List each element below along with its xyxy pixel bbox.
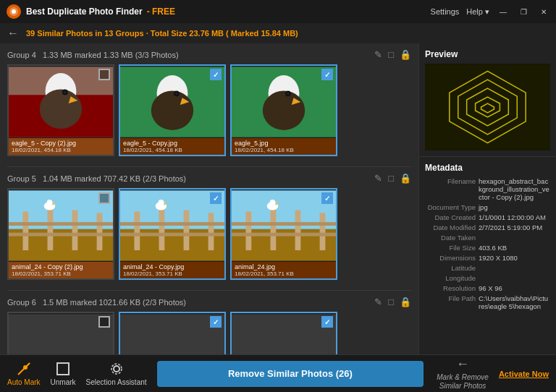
photo-info: eagle_5 - Copy (2).jpg 18/02/2021, 454.1… bbox=[9, 138, 113, 155]
photo-checkbox[interactable] bbox=[98, 69, 110, 80]
photo-info: eagle_5 - Copy.jpg 18/02/2021, 454.18 KB bbox=[120, 138, 224, 155]
selection-assistant-tool[interactable]: Selection Assistant bbox=[86, 361, 147, 386]
back-button[interactable]: ← bbox=[7, 27, 19, 40]
photo-date: 18/02/2021, 454.18 KB bbox=[12, 147, 110, 153]
photo-checkbox[interactable] bbox=[98, 192, 110, 204]
title-left: Best Duplicate Photo Finder - FREE bbox=[6, 4, 175, 20]
checkbox-icon[interactable]: □ bbox=[388, 49, 394, 60]
group-divider bbox=[7, 166, 411, 167]
activate-now-button[interactable]: Activate Now bbox=[499, 370, 549, 378]
restore-button[interactable]: ❐ bbox=[517, 5, 530, 18]
meta-key: Document Type bbox=[425, 203, 476, 211]
photo-item[interactable]: photo_1.jpg 18/02/2021, 340.55 KB bbox=[7, 312, 114, 354]
main-content: Group 4 1.33 MB marked 1.33 MB (3/3 Phot… bbox=[0, 43, 556, 354]
svg-rect-36 bbox=[159, 208, 165, 250]
photo-item[interactable]: photo_1 - Copy (2).jpg 18/02/2021, 340.5… bbox=[230, 312, 337, 354]
photo-date: 18/02/2021, 353.71 KB bbox=[123, 270, 222, 277]
svg-point-53 bbox=[270, 200, 276, 205]
seagull-thumbnail bbox=[9, 189, 113, 262]
photo-item[interactable]: eagle_5 - Copy.jpg 18/02/2021, 454.18 KB bbox=[119, 64, 226, 156]
photo-name: animal_24.jpg bbox=[235, 263, 333, 270]
svg-point-66 bbox=[23, 365, 28, 370]
svg-point-21 bbox=[287, 92, 290, 95]
preview-section: Preview bbox=[419, 43, 556, 157]
photo-item[interactable]: eagle_5 - Copy (2).jpg 18/02/2021, 454.1… bbox=[7, 64, 114, 156]
metadata-label: Metadata bbox=[425, 163, 550, 173]
help-link[interactable]: Help ▾ bbox=[466, 7, 489, 17]
metadata-row: Latitude bbox=[425, 264, 550, 272]
group-divider bbox=[7, 290, 411, 291]
photo-checkbox[interactable] bbox=[321, 316, 333, 328]
metadata-row: File Size 403.6 KB bbox=[425, 244, 550, 252]
photo-checkbox[interactable] bbox=[210, 192, 222, 204]
hexagon-preview-svg bbox=[425, 64, 550, 150]
photo-checkbox[interactable] bbox=[321, 69, 333, 80]
photo-date: 18/02/2021, 454.18 KB bbox=[235, 147, 333, 153]
photo-item[interactable]: eagle_5.jpg 18/02/2021, 454.18 KB bbox=[230, 64, 337, 156]
stats-text: 39 Similar Photos in 13 Groups · Total S… bbox=[26, 29, 298, 38]
meta-value: C:\Users\vaibhav\Pictures\eagle 5\hexago… bbox=[479, 294, 550, 310]
metadata-row: Dimensions 1920 X 1080 bbox=[425, 254, 550, 262]
unmark-label: Unmark bbox=[51, 378, 76, 386]
photo-checkbox[interactable] bbox=[98, 316, 110, 328]
preview-label: Preview bbox=[425, 49, 550, 59]
meta-key: Filename bbox=[425, 177, 476, 201]
svg-rect-46 bbox=[245, 212, 251, 251]
pencil-icon[interactable]: ✎ bbox=[374, 49, 382, 60]
photo-item[interactable]: animal_24.jpg 18/02/2021, 353.71 KB bbox=[230, 188, 337, 280]
lock-icon[interactable]: 🔒 bbox=[400, 49, 411, 60]
svg-rect-40 bbox=[120, 233, 224, 237]
photo-item[interactable]: animal_24 - Copy (2).jpg 18/02/2021, 353… bbox=[7, 188, 114, 280]
app-logo-icon bbox=[6, 4, 22, 20]
wand-icon bbox=[16, 361, 32, 377]
svg-point-69 bbox=[114, 366, 119, 372]
settings-link[interactable]: Settings bbox=[431, 7, 460, 16]
photo-checkbox[interactable] bbox=[321, 192, 333, 204]
checkbox-icon[interactable]: □ bbox=[388, 297, 394, 307]
title-bar: Best Duplicate Photo Finder - FREE Setti… bbox=[0, 0, 556, 23]
minimize-button[interactable]: — bbox=[497, 5, 510, 18]
group-4-actions: ✎ □ 🔒 bbox=[374, 49, 411, 60]
meta-key: File Size bbox=[425, 244, 476, 252]
meta-value: 1920 X 1080 bbox=[479, 254, 518, 262]
group-6-actions: ✎ □ 🔒 bbox=[374, 297, 411, 307]
checkbox-icon[interactable]: □ bbox=[388, 173, 394, 184]
pencil-icon[interactable]: ✎ bbox=[374, 297, 382, 307]
metadata-row: Date Modified 2/7/2021 5:19:00 PM bbox=[425, 223, 550, 231]
svg-point-2 bbox=[12, 9, 16, 14]
lock-icon[interactable]: 🔒 bbox=[400, 173, 411, 184]
placeholder-thumbnail bbox=[120, 313, 224, 354]
square-icon bbox=[55, 361, 71, 377]
svg-point-42 bbox=[159, 200, 164, 205]
arrow-icon: ← bbox=[456, 357, 469, 372]
svg-rect-55 bbox=[9, 314, 113, 354]
auto-mark-tool[interactable]: Auto Mark bbox=[7, 361, 41, 386]
svg-point-6 bbox=[40, 89, 82, 128]
photo-checkbox[interactable] bbox=[210, 69, 222, 80]
metadata-section: Metadata Filename hexagon_abstract_backg… bbox=[419, 157, 556, 354]
photo-item[interactable]: photo_1 - Copy.jpg 18/02/2021, 340.55 KB bbox=[119, 312, 226, 354]
svg-rect-51 bbox=[232, 233, 336, 237]
svg-rect-26 bbox=[72, 210, 78, 250]
unmark-tool[interactable]: Unmark bbox=[51, 361, 76, 386]
meta-value: jpg bbox=[479, 203, 488, 211]
close-button[interactable]: ✕ bbox=[537, 5, 550, 18]
placeholder-thumbnail bbox=[9, 313, 113, 354]
photo-checkbox[interactable] bbox=[210, 316, 222, 328]
metadata-row: Longitude bbox=[425, 274, 550, 282]
meta-key: Date Modified bbox=[425, 223, 476, 231]
remove-similar-button[interactable]: Remove Similar Photos (26) bbox=[157, 361, 424, 387]
svg-rect-56 bbox=[120, 314, 224, 354]
arrow-hint-text: Mark & RemoveSimilar Photos bbox=[437, 373, 489, 391]
pencil-icon[interactable]: ✎ bbox=[374, 173, 382, 184]
metadata-row: Document Type jpg bbox=[425, 203, 550, 211]
svg-rect-50 bbox=[232, 222, 336, 226]
svg-rect-28 bbox=[9, 222, 113, 226]
unmark-icon bbox=[55, 361, 71, 377]
left-panel[interactable]: Group 4 1.33 MB marked 1.33 MB (3/3 Phot… bbox=[0, 43, 418, 354]
meta-value: 403.6 KB bbox=[479, 244, 507, 252]
lock-icon[interactable]: 🔒 bbox=[400, 297, 411, 307]
svg-point-18 bbox=[263, 90, 305, 129]
photo-item[interactable]: animal_24 - Copy.jpg 18/02/2021, 353.71 … bbox=[119, 188, 226, 280]
meta-value: hexagon_abstract_background_illustration… bbox=[479, 177, 550, 201]
